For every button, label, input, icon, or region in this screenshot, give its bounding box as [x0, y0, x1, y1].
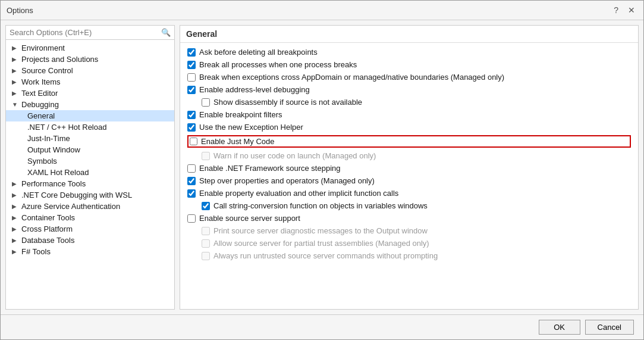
tree-item-f#-tools[interactable]: ▶F# Tools [6, 246, 174, 257]
checkbox-opt1[interactable] [187, 48, 196, 57]
checkbox-opt12[interactable] [187, 189, 196, 198]
option-label[interactable]: Enable Just My Code [201, 137, 275, 146]
option-label[interactable]: Enable .NET Framework source stepping [199, 164, 340, 173]
checkbox-opt9 [202, 152, 210, 160]
option-row: Warn if no user code on launch (Managed … [187, 151, 631, 160]
tree-item-.net-core-debugging-with-wsl[interactable]: ▶.NET Core Debugging with WSL [6, 189, 174, 201]
title-bar-controls: ? ✕ [611, 4, 637, 16]
search-box: 🔍 [6, 26, 174, 40]
tree-child-symbols[interactable]: Symbols [6, 155, 174, 167]
option-row-highlighted: Enable Just My Code [187, 135, 631, 148]
option-label[interactable]: Show disassembly if source is not availa… [213, 98, 362, 107]
tree-item-label: Debugging [21, 100, 59, 109]
option-label[interactable]: Enable property evaluation and other imp… [199, 189, 398, 198]
tree-item-text-editor[interactable]: ▶Text Editor [6, 88, 174, 99]
tree-item-performance-tools[interactable]: ▶Performance Tools [6, 178, 174, 189]
tree-item-cross-platform[interactable]: ▶Cross Platform [6, 223, 174, 235]
tree-item-container-tools[interactable]: ▶Container Tools [6, 212, 174, 223]
search-icon: 🔍 [161, 28, 171, 37]
tree-child-xaml-hot-reload[interactable]: XAML Hot Reload [6, 167, 174, 178]
option-row: Call string-conversion function on objec… [187, 201, 631, 210]
option-row: Enable address-level debugging [187, 85, 631, 94]
option-label: Print source server diagnostic messages … [213, 226, 428, 235]
checkbox-opt7[interactable] [187, 123, 196, 132]
option-label: Always run untrusted source server comma… [213, 251, 438, 260]
option-label[interactable]: Call string-conversion function on objec… [213, 201, 428, 210]
checkbox-opt11[interactable] [187, 177, 196, 185]
checkbox-opt16 [202, 239, 210, 248]
tree-item-work-items[interactable]: ▶Work Items [6, 76, 174, 88]
checkbox-opt13[interactable] [202, 202, 210, 210]
option-label[interactable]: Ask before deleting all breakpoints [199, 48, 318, 57]
checkbox-opt3[interactable] [187, 73, 196, 82]
checkbox-opt5[interactable] [202, 98, 210, 107]
tree-item-source-control[interactable]: ▶Source Control [6, 65, 174, 76]
tree-item-label: Azure Service Authentication [21, 202, 120, 211]
cancel-button[interactable]: Cancel [585, 320, 634, 335]
tree-item-debugging[interactable]: ▼Debugging [6, 99, 174, 110]
option-row: Break all processes when one process bre… [187, 60, 631, 69]
expand-arrow-icon: ▶ [12, 214, 19, 221]
option-row: Enable source server support [187, 214, 631, 223]
option-label[interactable]: Enable address-level debugging [199, 85, 310, 94]
expand-arrow-icon: ▶ [12, 180, 19, 187]
option-label[interactable]: Break all processes when one process bre… [199, 60, 357, 69]
checkbox-opt8[interactable] [190, 138, 197, 145]
tree-child-just-in-time[interactable]: Just-In-Time [6, 133, 174, 144]
dialog-body: 🔍 ▶Environment▶Projects and Solutions▶So… [1, 20, 643, 314]
tree-child--net-c++-hot-reload[interactable]: .NET / C++ Hot Reload [6, 121, 174, 133]
expand-arrow-icon: ▶ [12, 203, 19, 210]
option-row: Use the new Exception Helper [187, 123, 631, 132]
tree-item-database-tools[interactable]: ▶Database Tools [6, 235, 174, 246]
title-bar: Options ? ✕ [1, 1, 643, 20]
tree-container: ▶Environment▶Projects and Solutions▶Sour… [6, 40, 174, 309]
right-panel: General Ask before deleting all breakpoi… [180, 25, 639, 310]
checkbox-opt15 [202, 227, 210, 235]
expand-arrow-icon: ▶ [12, 90, 19, 96]
option-row: Show disassembly if source is not availa… [187, 98, 631, 107]
tree-item-label: Source Control [21, 66, 73, 75]
tree-item-label: Cross Platform [21, 224, 73, 233]
tree-item-label: Database Tools [21, 236, 74, 245]
checkbox-opt6[interactable] [187, 111, 196, 119]
tree-item-label: .NET Core Debugging with WSL [21, 191, 132, 199]
option-label[interactable]: Enable breakpoint filters [199, 110, 282, 119]
checkbox-opt14[interactable] [187, 214, 196, 223]
option-row: Print source server diagnostic messages … [187, 226, 631, 235]
option-label: Warn if no user code on launch (Managed … [213, 151, 376, 160]
tree-item-label: Projects and Solutions [21, 55, 98, 64]
expand-arrow-icon: ▶ [12, 56, 19, 63]
option-label[interactable]: Enable source server support [199, 214, 300, 223]
option-row: Allow source server for partial trust as… [187, 239, 631, 248]
option-row: Break when exceptions cross AppDomain or… [187, 73, 631, 82]
option-row: Always run untrusted source server comma… [187, 251, 631, 260]
dialog-footer: OK Cancel [1, 314, 643, 339]
checkbox-opt2[interactable] [187, 61, 196, 69]
tree-item-label: Text Editor [21, 89, 58, 98]
options-dialog: Options ? ✕ 🔍 ▶Environment▶Projects and … [0, 0, 644, 340]
dialog-title: Options [7, 6, 33, 15]
tree-item-label: Work Items [21, 77, 61, 86]
expand-arrow-icon: ▶ [12, 237, 19, 244]
tree-item-label: Container Tools [21, 213, 75, 222]
option-label[interactable]: Step over properties and operators (Mana… [199, 176, 375, 185]
option-row: Ask before deleting all breakpoints [187, 48, 631, 57]
ok-button[interactable]: OK [539, 320, 580, 335]
options-container: Ask before deleting all breakpointsBreak… [180, 43, 638, 309]
tree-child-output-window[interactable]: Output Window [6, 144, 174, 155]
option-row: Enable .NET Framework source stepping [187, 164, 631, 173]
tree-child-general[interactable]: General [6, 110, 174, 121]
tree-item-environment[interactable]: ▶Environment [6, 42, 174, 54]
option-label[interactable]: Use the new Exception Helper [199, 123, 303, 132]
collapse-arrow-icon: ▼ [12, 101, 19, 108]
right-panel-header: General [180, 26, 638, 43]
expand-arrow-icon: ▶ [12, 192, 19, 198]
help-button[interactable]: ? [611, 4, 621, 16]
tree-item-projects-and-solutions[interactable]: ▶Projects and Solutions [6, 54, 174, 65]
close-button[interactable]: ✕ [626, 4, 637, 16]
option-label[interactable]: Break when exceptions cross AppDomain or… [199, 73, 504, 82]
checkbox-opt10[interactable] [187, 164, 196, 173]
search-input[interactable] [10, 28, 161, 37]
tree-item-azure-service-authentication[interactable]: ▶Azure Service Authentication [6, 201, 174, 212]
checkbox-opt4[interactable] [187, 86, 196, 94]
